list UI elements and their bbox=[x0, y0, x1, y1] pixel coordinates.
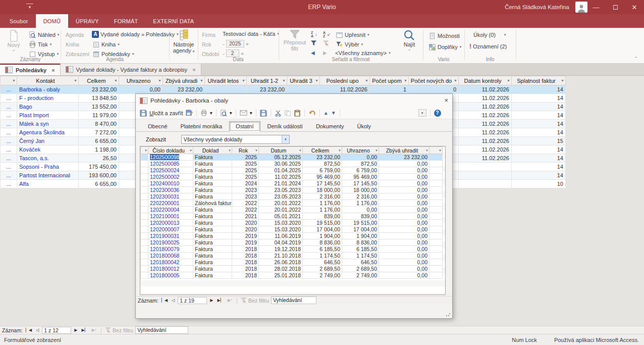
cell-splatnost-faktur[interactable]: 14 bbox=[512, 85, 566, 94]
cell-zbyva-uhradit[interactable]: 0,00 bbox=[379, 187, 430, 193]
cell-doklad[interactable]: Faktura bbox=[193, 213, 232, 220]
save-record-icon[interactable] bbox=[260, 110, 267, 117]
cell-doklad[interactable]: Faktura bbox=[193, 180, 232, 187]
column-header[interactable]: Uhradit 3▼ bbox=[287, 76, 320, 85]
cell-cislo-dokladu[interactable]: 1202500024 bbox=[148, 167, 193, 174]
filter-dropdown-icon[interactable]: ▼ bbox=[365, 79, 368, 82]
new-record-button[interactable]: ▶* bbox=[227, 298, 233, 303]
cell-datum[interactable]: 11.06.2019 bbox=[259, 233, 303, 239]
cell-zbyva-uhradit[interactable]: 0,00 bbox=[379, 161, 430, 167]
last-record-button[interactable]: ▶▏ bbox=[80, 328, 88, 332]
notifications-button[interactable]: ! Oznámení (2) bbox=[469, 43, 507, 50]
undo-icon[interactable] bbox=[308, 110, 316, 117]
filter-dropdown-icon[interactable]: ▼ bbox=[507, 79, 510, 82]
column-header[interactable]: ▼ bbox=[430, 147, 443, 154]
cell-zbyva-uhradit[interactable]: 0,00 bbox=[379, 266, 430, 272]
cell-datum[interactable]: 20.01.2022 bbox=[259, 200, 303, 207]
document-row[interactable]: 1201800068 Faktura 2018 21.10.2018 1 174… bbox=[141, 253, 443, 259]
row-selector[interactable] bbox=[141, 220, 148, 226]
cell-cislo-dokladu[interactable]: 1201800005 bbox=[148, 272, 193, 279]
cell-datum[interactable]: 28.02.2018 bbox=[259, 266, 303, 272]
cell-rok[interactable]: 2020 bbox=[232, 220, 259, 226]
chevron-down-icon[interactable]: ▾ bbox=[230, 110, 232, 116]
document-row[interactable]: 1202500085 Faktura 2025 30.06.2025 872,5… bbox=[141, 161, 443, 167]
cell-zbyva-uhradit[interactable]: 0,00 bbox=[379, 174, 430, 180]
next-record-button[interactable]: ▶ bbox=[323, 50, 327, 56]
cell-doklad[interactable]: Faktura bbox=[193, 253, 232, 259]
cell-cislo-dokladu[interactable]: 1201800079 bbox=[148, 246, 193, 253]
chevron-down-icon[interactable]: ▾ bbox=[210, 110, 212, 116]
cell-celkem[interactable]: 26,50 bbox=[79, 154, 119, 163]
filter-dropdown-icon[interactable]: ▼ bbox=[375, 149, 378, 152]
cell-zbyva-uhradit[interactable]: 0,00 bbox=[379, 246, 430, 253]
cell-datum-kontroly[interactable]: 11.02.2026 bbox=[459, 145, 512, 154]
row-selector[interactable] bbox=[141, 233, 148, 239]
cell-doklad[interactable]: Faktura bbox=[193, 193, 232, 200]
cell-datum[interactable]: 26.06.2018 bbox=[259, 259, 303, 266]
cell-splatnost-faktur[interactable]: 14 bbox=[512, 171, 566, 180]
cell-datum[interactable]: 21.01.2024 bbox=[259, 180, 303, 187]
cell-uhradit-letos[interactable] bbox=[205, 85, 247, 94]
cell-rok[interactable]: 2018 bbox=[232, 259, 259, 266]
row-selector[interactable] bbox=[141, 193, 148, 200]
cell-datum-kontroly[interactable]: 11.02.2026 bbox=[459, 103, 512, 111]
previous-item-icon[interactable]: ▲ bbox=[324, 110, 329, 116]
advanced-filter-button[interactable]: Upřesnit▾ bbox=[335, 31, 369, 39]
cell-splatnost-faktur[interactable]: 14 bbox=[512, 103, 566, 111]
cell-datum-kontroly[interactable] bbox=[459, 163, 512, 171]
filter-dropdown-icon[interactable]: ▼ bbox=[561, 79, 564, 82]
column-header[interactable]: Datum▼ bbox=[259, 147, 303, 154]
cell-doklad[interactable]: Faktura bbox=[193, 167, 232, 174]
cell-datum[interactable]: 05.01.2021 bbox=[259, 213, 303, 220]
maximize-button[interactable] bbox=[606, 0, 625, 14]
filter-dropdown-icon[interactable]: ▼ bbox=[144, 149, 147, 152]
cell-doklad[interactable]: Zálohová faktura bbox=[193, 200, 232, 207]
document-row[interactable]: 1202200004 Faktura 2022 20.01.2022 1 176… bbox=[141, 207, 443, 213]
document-row[interactable]: 1202500024 Faktura 2025 01.04.2025 6 759… bbox=[141, 167, 443, 174]
cell-cislo-dokladu[interactable]: 1202500002 bbox=[148, 174, 193, 180]
sort-ascending-button[interactable]: ZA↓ bbox=[311, 31, 317, 38]
cell-zbyva-uhradit[interactable]: 0,00 bbox=[379, 272, 430, 279]
save-new-icon[interactable] bbox=[186, 110, 193, 117]
cell-zbyva-uhradit[interactable]: 0,00 bbox=[379, 180, 430, 187]
dialog-tab[interactable]: Platební morálka bbox=[175, 122, 229, 131]
cell-uhrazeno[interactable]: 0,00 bbox=[119, 85, 163, 94]
filter-apply-button[interactable] bbox=[311, 40, 316, 46]
document-row[interactable]: 1201900031 Faktura 2019 11.06.2019 1 904… bbox=[141, 233, 443, 239]
cell-uhrazeno[interactable]: 95 469,00 bbox=[342, 174, 379, 180]
cell-celkem[interactable]: 1 904,00 bbox=[303, 233, 342, 239]
search-input[interactable]: Vyhledávání bbox=[135, 326, 188, 334]
cell-cislo-dokladu[interactable]: 1202300036 bbox=[148, 187, 193, 193]
cell-uhradit-1-2[interactable]: 23 232,00 bbox=[247, 85, 287, 94]
cell-cislo-dokladu[interactable]: 1201800012 bbox=[148, 266, 193, 272]
year-value[interactable]: 2025 bbox=[226, 40, 244, 47]
cell-celkem[interactable]: 193 600,00 bbox=[79, 171, 119, 180]
cell-rok[interactable]: 2020 bbox=[232, 226, 259, 233]
cell-doklad[interactable]: Faktura bbox=[193, 174, 232, 180]
next-record-button[interactable]: ▶ bbox=[209, 298, 214, 303]
cell-cislo-dokladu[interactable]: 1201900031 bbox=[148, 233, 193, 239]
cell-datum[interactable]: 20.01.2022 bbox=[259, 207, 303, 213]
cell-datum-kontroly[interactable]: 11.02.2026 bbox=[459, 85, 512, 94]
cell-kontakt[interactable]: Kováček bbox=[17, 145, 79, 154]
cell-posledni-upominka[interactable]: 11.02.2026 bbox=[320, 85, 370, 94]
cell-celkem[interactable]: 8 836,00 bbox=[303, 239, 342, 246]
cell-celkem[interactable]: 13 848,50 bbox=[79, 94, 119, 103]
search-input[interactable]: Vyhledávání bbox=[271, 297, 316, 304]
row-selector[interactable] bbox=[141, 259, 148, 266]
document-row[interactable]: 1201800005 Faktura 2018 25.01.2018 2 749… bbox=[141, 272, 443, 279]
cell-uhrazeno[interactable]: 6 759,00 bbox=[342, 167, 379, 174]
collapse-ribbon-button[interactable]: ⌃ bbox=[634, 56, 638, 61]
last-record-button[interactable]: ▶▏ bbox=[216, 298, 224, 303]
cell-celkem[interactable]: 1 174,50 bbox=[303, 253, 342, 259]
cell-doklad[interactable]: Faktura bbox=[193, 161, 232, 167]
filter-dropdown-icon[interactable]: ▼ bbox=[242, 79, 245, 82]
user-avatar[interactable] bbox=[575, 2, 587, 13]
filter-dropdown-icon[interactable]: ▼ bbox=[338, 149, 341, 152]
save-close-button[interactable]: Uložit a zavřít bbox=[149, 110, 183, 116]
cell-datum[interactable]: 19.12.2018 bbox=[259, 246, 303, 253]
cell-datum[interactable]: 15.03.2020 bbox=[259, 220, 303, 226]
cell-datum[interactable]: 01.04.2025 bbox=[259, 167, 303, 174]
cell-cislo-dokladu[interactable]: 1202000007 bbox=[148, 226, 193, 233]
cell-celkem[interactable]: 23 232,00 bbox=[79, 85, 119, 94]
